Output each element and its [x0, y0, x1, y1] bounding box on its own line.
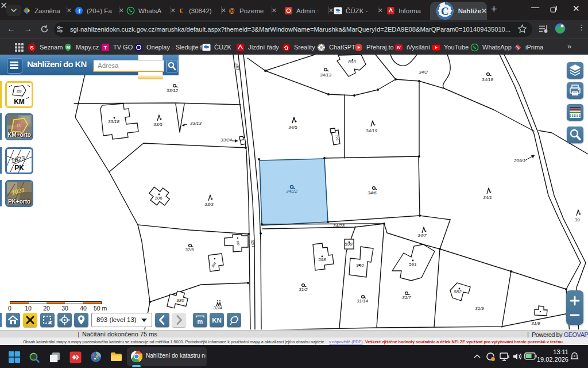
svg-text:31/8: 31/8: [531, 321, 540, 326]
svg-text:34/13: 34/13: [320, 72, 332, 78]
svg-text:33/18: 33/18: [108, 119, 120, 124]
svg-text:34/19: 34/19: [366, 128, 378, 133]
svg-text:31/7: 31/7: [402, 295, 411, 300]
svg-text:34/5: 34/5: [288, 125, 297, 130]
svg-text:@: @: [229, 7, 234, 14]
svg-text:599: 599: [345, 241, 353, 247]
svg-text:z: z: [574, 354, 575, 358]
svg-text:350: 350: [17, 90, 22, 93]
svg-text:33/12: 33/12: [167, 88, 179, 93]
svg-text:32/5: 32/5: [185, 247, 194, 252]
svg-text:S: S: [30, 44, 34, 51]
svg-text:33/3: 33/3: [204, 202, 214, 207]
svg-text:32/1: 32/1: [250, 239, 256, 248]
svg-text:C: C: [441, 5, 449, 17]
svg-text:940: 940: [356, 263, 364, 268]
svg-text:893: 893: [348, 59, 356, 64]
svg-text:31/9: 31/9: [475, 306, 484, 311]
svg-text:T: T: [104, 45, 107, 51]
svg-text:582: 582: [454, 289, 462, 294]
svg-text:33/24: 33/24: [220, 137, 233, 143]
svg-text:34/23: 34/23: [333, 223, 345, 228]
svg-text:32/4: 32/4: [213, 305, 222, 310]
svg-text:KN: KN: [212, 317, 222, 324]
svg-text:34/18: 34/18: [482, 77, 494, 82]
svg-text:598: 598: [318, 257, 326, 262]
svg-text:39: 39: [575, 217, 580, 223]
svg-text:31/2: 31/2: [299, 287, 308, 292]
svg-text:34/6: 34/6: [368, 190, 377, 195]
svg-text:34/1: 34/1: [483, 195, 492, 200]
svg-text:980: 980: [176, 298, 184, 303]
svg-text:34/22: 34/22: [286, 189, 298, 194]
svg-text:34/7: 34/7: [417, 233, 427, 238]
svg-text:iV: iV: [397, 45, 401, 49]
svg-text:209/1: 209/1: [513, 158, 525, 163]
svg-text:581: 581: [409, 262, 416, 267]
svg-text:€: €: [179, 7, 183, 15]
svg-text:33/13: 33/13: [190, 121, 202, 126]
svg-text:31/14: 31/14: [357, 298, 369, 304]
svg-text:33/5: 33/5: [153, 122, 163, 127]
svg-text:m: m: [198, 318, 203, 325]
svg-text:106: 106: [154, 195, 163, 201]
svg-text:34/2: 34/2: [419, 70, 428, 75]
svg-text:311: 311: [16, 124, 22, 127]
svg-text:M: M: [66, 44, 69, 49]
